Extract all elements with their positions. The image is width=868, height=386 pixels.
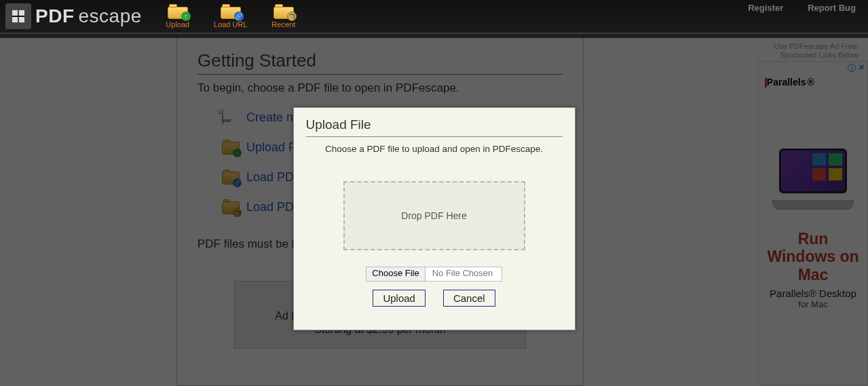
topbar-upload-label: Upload — [166, 20, 189, 28]
logo-text-escape: escape — [79, 5, 142, 27]
topbar-recent-label: Recent — [271, 20, 295, 28]
file-picker-row: Choose File No File Chosen — [306, 267, 563, 282]
file-picker: Choose File No File Chosen — [366, 267, 502, 282]
topbar: PDFescape ↑ Upload 🔗 Load URL Recent Re — [0, 0, 868, 34]
modal-title: Upload File — [306, 117, 563, 137]
folder-upload-icon: ↑ — [168, 4, 188, 19]
folder-recent-icon — [273, 4, 294, 19]
register-link[interactable]: Register — [748, 3, 783, 13]
choose-file-button[interactable]: Choose File — [366, 267, 425, 281]
modal-overlay: Upload File Choose a PDF file to upload … — [0, 38, 868, 386]
upload-button[interactable]: Upload — [373, 290, 426, 307]
logo[interactable]: PDFescape — [5, 3, 142, 29]
logo-text-pdf: PDF — [35, 5, 75, 27]
main: Getting Started To begin, choose a PDF f… — [0, 38, 868, 386]
topbar-upload-button[interactable]: ↑ Upload — [161, 4, 195, 28]
topbar-recent-button[interactable]: Recent — [267, 4, 301, 28]
modal-buttons: Upload Cancel — [306, 290, 563, 307]
topbar-file-buttons: ↑ Upload 🔗 Load URL Recent — [161, 4, 301, 28]
topbar-loadurl-button[interactable]: 🔗 Load URL — [214, 4, 248, 28]
upload-file-modal: Upload File Choose a PDF file to upload … — [293, 107, 575, 330]
dropzone-label: Drop PDF Here — [401, 210, 466, 221]
logo-mark-icon — [5, 3, 31, 29]
topbar-loadurl-label: Load URL — [214, 20, 248, 28]
file-status-text: No File Chosen — [426, 267, 502, 281]
pdf-dropzone[interactable]: Drop PDF Here — [343, 181, 525, 250]
report-bug-link[interactable]: Report Bug — [808, 3, 856, 13]
modal-subtitle: Choose a PDF file to upload and open in … — [306, 144, 563, 154]
topbar-right-links: Register Report Bug — [748, 3, 856, 13]
folder-url-icon: 🔗 — [221, 4, 241, 19]
cancel-button[interactable]: Cancel — [443, 290, 495, 307]
